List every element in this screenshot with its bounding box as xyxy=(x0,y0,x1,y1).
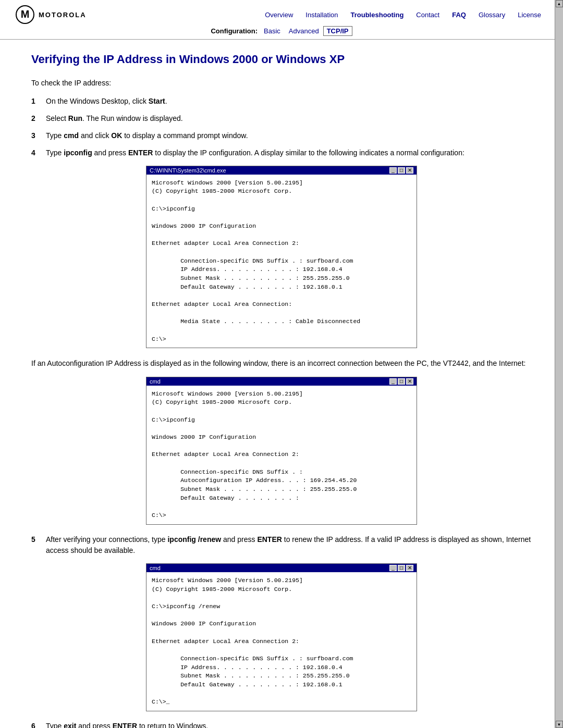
nav-links: Overview Installation Troubleshooting Co… xyxy=(99,11,547,19)
nav-overview[interactable]: Overview xyxy=(259,11,299,19)
cmd-scroll-up-3[interactable]: ▲ xyxy=(556,0,563,7)
nav-glossary[interactable]: Glossary xyxy=(472,11,511,19)
step-4-text: Type ipconfig and press ENTER to display… xyxy=(46,147,532,158)
intro-text: To check the IP address: xyxy=(31,78,532,89)
svg-text:M: M xyxy=(21,8,30,20)
cmd-content-1: Microsoft Windows 2000 [Version 5.00.219… xyxy=(152,179,406,344)
cmd-buttons-3: _ □ ✕ xyxy=(389,565,413,571)
sub-nav: Configuration: Basic Advanced TCP/IP xyxy=(16,24,547,39)
cmd-body-1: Microsoft Windows 2000 [Version 5.00.219… xyxy=(146,175,417,348)
cmd-titlebar-3: cmd _ □ ✕ xyxy=(146,564,417,572)
cmd-content-2: Microsoft Windows 2000 [Version 5.00.219… xyxy=(152,390,406,520)
cmd-window-1: C:\WINNT\System32\cmd.exe _ □ ✕ Microsof… xyxy=(146,166,417,349)
cmd-buttons-1: _ □ ✕ xyxy=(389,167,413,174)
cmd-maximize-2: □ xyxy=(398,378,405,385)
sub-nav-label: Configuration: xyxy=(211,27,258,35)
step-3-text: Type cmd and click OK to display a comma… xyxy=(46,130,532,141)
step-5-number: 5 xyxy=(31,534,46,545)
logo-area: M MOTOROLA xyxy=(16,5,99,24)
cmd-body-3: Microsoft Windows 2000 [Version 5.00.219… xyxy=(146,572,417,711)
cmd-window-2: cmd _ □ ✕ Microsoft Windows 2000 [Versio… xyxy=(146,377,417,525)
step-6-text: Type exit and press ENTER to return to W… xyxy=(46,721,532,728)
nav-contact[interactable]: Contact xyxy=(410,11,446,19)
cmd-title-text-3: cmd xyxy=(150,565,161,571)
step-4: 4 Type ipconfig and press ENTER to displ… xyxy=(31,147,532,158)
cmd-titlebar-2: cmd _ □ ✕ xyxy=(146,377,417,386)
cmd-title-text-2: cmd xyxy=(150,378,161,385)
sub-nav-advanced[interactable]: Advanced xyxy=(285,27,323,35)
cmd-scrollbar-3[interactable]: ▲ ▼ xyxy=(555,0,563,728)
cmd-title-text-1: C:\WINNT\System32\cmd.exe xyxy=(150,167,226,174)
cmd-close-3: ✕ xyxy=(406,565,413,571)
nav-faq[interactable]: FAQ xyxy=(446,11,472,19)
header: M MOTOROLA Overview Installation Trouble… xyxy=(0,0,563,40)
cmd-window-3: cmd _ □ ✕ Microsoft Windows 2000 [Versio… xyxy=(146,563,417,711)
step-6: 6 Type exit and press ENTER to return to… xyxy=(31,721,532,728)
nav-license[interactable]: License xyxy=(511,11,547,19)
page-title: Verifying the IP Address in Windows 2000… xyxy=(31,52,532,67)
cmd-minimize-1: _ xyxy=(389,167,397,174)
step-1-text: On the Windows Desktop, click Start. xyxy=(46,96,532,107)
cmd-close-1: ✕ xyxy=(406,167,413,174)
step-5-text: After verifying your connections, type i… xyxy=(46,534,532,556)
step-3: 3 Type cmd and click OK to display a com… xyxy=(31,130,532,141)
step-2-number: 2 xyxy=(31,113,46,124)
header-top: M MOTOROLA Overview Installation Trouble… xyxy=(16,5,547,24)
cmd-buttons-2: _ □ ✕ xyxy=(389,378,413,385)
main-content: Verifying the IP Address in Windows 2000… xyxy=(0,40,563,728)
motorola-logo-icon: M xyxy=(16,5,34,24)
cmd-minimize-2: _ xyxy=(389,378,397,385)
step-2-text: Select Run. The Run window is displayed. xyxy=(46,113,532,124)
step-6-number: 6 xyxy=(31,721,46,728)
step-1-number: 1 xyxy=(31,96,46,107)
step-1: 1 On the Windows Desktop, click Start. xyxy=(31,96,532,107)
step-4-number: 4 xyxy=(31,147,46,158)
cmd-maximize-1: □ xyxy=(398,167,405,174)
sub-nav-basic[interactable]: Basic xyxy=(260,27,285,35)
nav-troubleshooting[interactable]: Troubleshooting xyxy=(345,11,410,19)
cmd-body-wrapper-2: Microsoft Windows 2000 [Version 5.00.219… xyxy=(146,386,417,524)
cmd-scroll-down-3[interactable]: ▼ xyxy=(556,721,563,728)
cmd-body-wrapper-3: Microsoft Windows 2000 [Version 5.00.219… xyxy=(146,572,417,711)
step-2: 2 Select Run. The Run window is displaye… xyxy=(31,113,532,124)
step-3-number: 3 xyxy=(31,130,46,141)
step-5: 5 After verifying your connections, type… xyxy=(31,534,532,556)
motorola-brand-text: MOTOROLA xyxy=(39,11,87,19)
between-text-1: If an Autoconfiguration IP Address is di… xyxy=(31,357,532,369)
cmd-body-wrapper-1: Microsoft Windows 2000 [Version 5.00.219… xyxy=(146,175,417,348)
sub-nav-tcpip[interactable]: TCP/IP xyxy=(323,26,352,36)
cmd-maximize-3: □ xyxy=(398,565,405,571)
cmd-titlebar-1: C:\WINNT\System32\cmd.exe _ □ ✕ xyxy=(146,166,417,175)
nav-installation[interactable]: Installation xyxy=(299,11,344,19)
cmd-content-3: Microsoft Windows 2000 [Version 5.00.219… xyxy=(152,576,406,707)
cmd-close-2: ✕ xyxy=(406,378,413,385)
cmd-body-2: Microsoft Windows 2000 [Version 5.00.219… xyxy=(146,386,417,524)
cmd-minimize-3: _ xyxy=(389,565,397,571)
